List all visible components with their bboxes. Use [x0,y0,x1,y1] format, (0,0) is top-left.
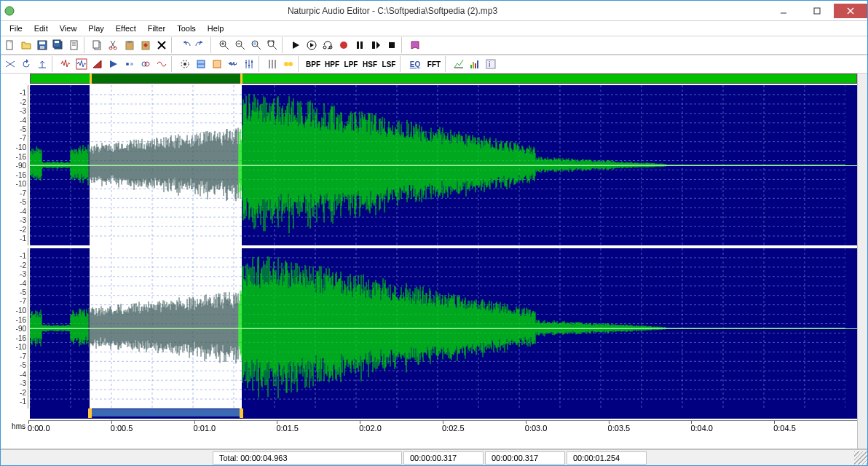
waveform-canvas[interactable] [30,248,857,408]
menu-filter[interactable]: Filter [142,23,171,34]
noise-icon[interactable] [225,56,241,72]
timeline[interactable]: hms 0:00.00:00.50:01.00:01.50:02.00:02.5… [1,420,857,438]
waveform-area[interactable]: -1-2-3-4-5-7-10-16-90-16-10-7-5-4-3-2-1 … [1,74,857,449]
stop-play-icon[interactable] [368,37,384,53]
filter-fft[interactable]: FFT [425,56,443,72]
titlebar: Naturpic Audio Editor - C:\Softpedia\Sof… [1,1,867,21]
crossfade-icon[interactable] [2,56,18,72]
svg-rect-73 [486,60,495,68]
zoom-out-icon[interactable] [232,37,248,53]
waveform-canvas[interactable] [30,85,857,245]
status-cell-4: 00:00:01.254 [567,451,647,465]
play-loop-icon[interactable] [304,37,320,53]
filter-hpf[interactable]: HPF [323,56,342,72]
properties-icon[interactable] [66,37,82,53]
redo-icon[interactable] [193,37,209,53]
separator [171,56,175,72]
app-icon [4,5,15,17]
svg-point-53 [184,63,186,66]
separator [298,56,302,72]
help-book-icon[interactable] [407,37,423,53]
loop-icon[interactable] [320,37,336,53]
svg-point-39 [323,46,326,49]
svg-text:i: i [489,60,490,68]
upload-icon[interactable] [34,56,50,72]
pause-icon[interactable] [352,37,368,53]
filter-bpf[interactable]: BPF [304,56,323,72]
channel-right[interactable]: -1-2-3-4-5-7-10-16-90-16-10-7-5-4-3-2-1 [1,248,857,408]
close-button[interactable] [834,4,867,18]
play-icon[interactable] [288,37,304,53]
menu-effect[interactable]: Effect [110,23,142,34]
svg-point-36 [268,41,274,47]
separator [445,56,449,72]
marker-add-icon[interactable] [264,56,280,72]
svg-rect-2 [814,8,820,14]
maximize-button[interactable] [800,4,834,18]
status-cell-3: 00:00:00.317 [485,451,565,465]
svg-line-34 [257,46,261,50]
menu-tools[interactable]: Tools [171,23,202,34]
filter-lsf[interactable]: LSF [379,56,398,72]
new-file-icon[interactable] [2,37,18,53]
resize-grip-icon[interactable] [854,451,867,465]
svg-point-41 [340,42,347,49]
zoom-in-icon[interactable] [216,37,232,53]
svg-point-0 [5,7,14,15]
menu-edit[interactable]: Edit [28,23,54,34]
zoom-selection-icon[interactable] [248,37,264,53]
open-folder-icon[interactable] [18,37,34,53]
overview-strip[interactable] [30,74,857,84]
svg-line-31 [241,46,245,50]
svg-rect-71 [475,63,476,68]
paste-mix-icon[interactable] [138,37,154,53]
amplify-icon[interactable] [74,56,90,72]
chorus-icon[interactable] [138,56,154,72]
separator [282,37,286,53]
gate-icon[interactable] [177,56,193,72]
normalize-icon[interactable] [58,56,74,72]
menu-help[interactable]: Help [202,23,230,34]
cut-icon[interactable] [106,37,122,53]
paste-icon[interactable] [122,37,138,53]
record-icon[interactable] [336,37,352,53]
delete-icon[interactable] [154,37,170,53]
separator [171,37,175,53]
svg-rect-16 [93,41,99,48]
filter-lpf[interactable]: LPF [342,56,360,72]
svg-rect-42 [357,42,359,49]
reverb-icon[interactable] [106,56,122,72]
vertical-scrollbar[interactable] [857,74,867,449]
svg-rect-72 [477,60,478,68]
svg-rect-60 [245,62,247,63]
filter-eq[interactable]: EQ [406,56,425,72]
mixer-icon[interactable] [241,56,257,72]
spectrum-icon[interactable] [467,56,483,72]
analyze-icon[interactable] [451,56,467,72]
channel-left[interactable]: -1-2-3-4-5-7-10-16-90-16-10-7-5-4-3-2-1 [1,85,857,245]
copy-icon[interactable] [90,37,106,53]
info-icon[interactable]: i [483,56,499,72]
compress-icon[interactable] [193,56,209,72]
minimize-button[interactable] [767,4,800,18]
save-all-icon[interactable] [50,37,66,53]
separator [52,56,56,72]
revert-icon[interactable] [18,56,34,72]
echo-icon[interactable] [122,56,138,72]
marker-list-icon[interactable] [280,56,296,72]
separator [401,37,406,53]
undo-icon[interactable] [177,37,193,53]
selection-ruler[interactable] [30,408,857,419]
fade-icon[interactable] [90,56,106,72]
menu-file[interactable]: File [4,23,28,34]
flange-icon[interactable] [154,56,170,72]
timeline-unit-label: hms [1,420,28,438]
save-disk-icon[interactable] [34,37,50,53]
menu-play[interactable]: Play [82,23,109,34]
zoom-fit-icon[interactable] [264,37,280,53]
window-title: Naturpic Audio Editor - C:\Softpedia\Sof… [18,6,767,16]
menu-view[interactable]: View [54,23,83,34]
stop-icon[interactable] [384,37,400,53]
expand-icon[interactable] [209,56,225,72]
filter-hsf[interactable]: HSF [360,56,379,72]
